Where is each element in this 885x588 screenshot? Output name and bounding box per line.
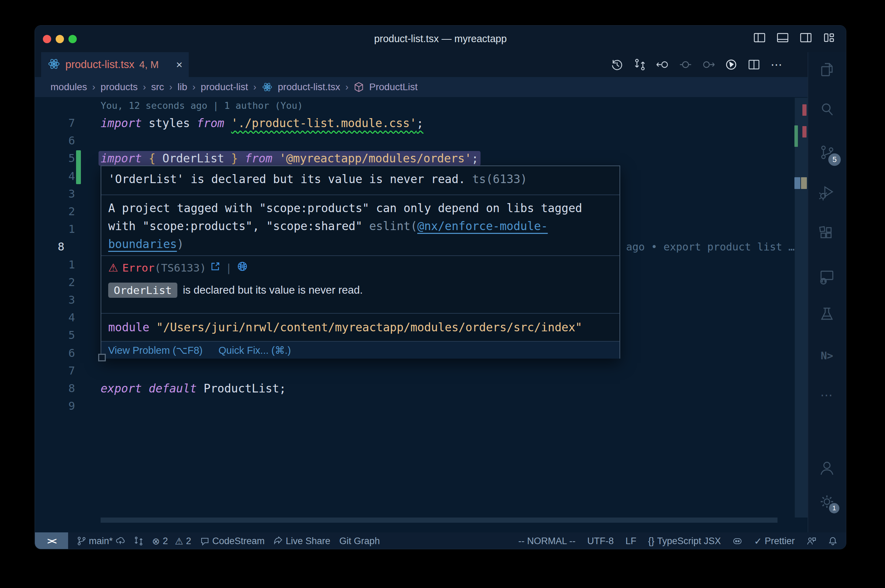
language-mode-indicator[interactable]: {}TypeScript JSX [648, 536, 721, 546]
breadcrumb-item-products[interactable]: products [101, 81, 138, 93]
customize-layout-icon[interactable] [822, 31, 835, 44]
quick-fix-link[interactable]: Quick Fix... (⌘.) [218, 345, 291, 356]
nav-back-icon[interactable] [655, 57, 670, 72]
gutter-current-line-number: 8 [42, 238, 91, 256]
status-bar-right: -- NORMAL -- UTF-8 LF {}TypeScript JSX ✓… [506, 536, 846, 546]
open-external-icon[interactable] [210, 261, 221, 274]
module-path: "/Users/juri/nrwl/content/myreactapp/mod… [156, 321, 582, 334]
react-file-icon [47, 57, 60, 72]
toggle-right-sidebar-icon[interactable] [799, 31, 812, 44]
tab-bar: product-list.tsx 4, M × ⋯ [35, 52, 808, 77]
gutter-line-number: 7 [42, 362, 75, 380]
git-compare-status[interactable] [134, 536, 143, 546]
gutter-line-number: 9 [42, 397, 75, 415]
errors-icon: ⊗ [152, 536, 160, 546]
gutter-line-number: 1 [42, 220, 75, 238]
git-branch-status[interactable]: main* [77, 536, 125, 546]
settings-badge: 1 [829, 503, 839, 513]
layout-controls [753, 31, 835, 44]
minimap-slider[interactable] [795, 98, 808, 518]
codelens-blame[interactable]: You, 12 seconds ago | 1 author (You) [101, 98, 303, 114]
hover-error-detail: ⚠ Error(TS6133) | OrderList is declared … [101, 255, 619, 313]
problems-status[interactable]: ⊗2 ⚠2 [152, 536, 191, 546]
gutter-line-number: 6 [42, 132, 75, 150]
encoding-indicator[interactable]: UTF-8 [587, 536, 614, 546]
gutter-line-number: 5 [42, 150, 75, 167]
symbol-cube-icon [354, 81, 364, 93]
gutter-line-number: 3 [42, 291, 75, 309]
live-share-status[interactable]: Live Share [274, 536, 331, 546]
minimap-error-mark [802, 126, 807, 138]
activity-settings-gear[interactable]: 1 [818, 493, 836, 511]
error-description-row: OrderList is declared but its value is n… [101, 274, 619, 298]
eslint-rule-link[interactable]: @nx/enforce-module- [417, 219, 548, 233]
minimap-error-mark [802, 104, 807, 116]
window-title: product-list.tsx — myreactapp [35, 33, 846, 45]
hover-resize-handle[interactable] [98, 354, 106, 362]
timeline-history-icon[interactable] [610, 57, 624, 72]
eslint-message-line3: boundaries) [108, 235, 619, 253]
toggle-left-sidebar-icon[interactable] [753, 31, 766, 44]
breadcrumb-item-lib[interactable]: lib [178, 81, 187, 93]
publish-cloud-icon [116, 536, 125, 546]
remote-indicator[interactable]: >< [35, 532, 68, 549]
status-bar: >< main* ⊗2 ⚠2 CodeStream Live Share Gi [35, 532, 846, 549]
breadcrumb-item-src[interactable]: src [151, 81, 164, 93]
minimap-added-mark [795, 125, 798, 147]
breadcrumb-item-modules[interactable]: modules [51, 81, 87, 93]
more-actions-icon[interactable]: ⋯ [769, 57, 784, 72]
error-description-text: is declared but its value is never read. [183, 284, 363, 296]
hover-status-bar: View Problem (⌥F8) Quick Fix... (⌘.) [101, 341, 619, 358]
activity-account[interactable] [818, 459, 836, 477]
activity-nx-console[interactable]: N> [818, 346, 836, 364]
prettier-status[interactable]: ✓Prettier [754, 536, 795, 546]
breadcrumb-item-file[interactable]: product-list.tsx [278, 81, 341, 93]
warnings-icon: ⚠ [175, 536, 183, 546]
activity-source-control[interactable]: 5 [818, 144, 836, 162]
activity-more-icon[interactable]: ⋯ [818, 386, 836, 404]
react-file-icon [262, 81, 273, 93]
tab-product-list[interactable]: product-list.tsx 4, M × [41, 52, 189, 77]
activity-run-debug[interactable] [818, 183, 836, 201]
globe-icon[interactable] [237, 261, 248, 274]
hover-module-row: module "/Users/juri/nrwl/content/myreact… [101, 313, 619, 341]
breadcrumb-item-symbol[interactable]: ProductList [369, 81, 418, 93]
source-control-badge: 5 [828, 153, 841, 166]
error-status-row: ⚠ Error(TS6133) | [101, 256, 619, 274]
codestream-status[interactable]: CodeStream [200, 536, 265, 546]
activity-extensions[interactable] [818, 225, 836, 243]
copilot-icon[interactable] [733, 536, 742, 546]
gutter-line-number: 4 [42, 168, 75, 185]
gutter-line-number: 7 [42, 114, 75, 132]
split-editor-icon[interactable] [747, 57, 761, 72]
view-problem-link[interactable]: View Problem (⌥F8) [108, 345, 203, 356]
vim-mode-indicator[interactable]: -- NORMAL -- [518, 536, 575, 546]
eslint-rule-link[interactable]: boundaries [108, 237, 177, 251]
run-code-icon[interactable] [724, 57, 738, 72]
tab-close-icon[interactable]: × [176, 58, 183, 71]
compare-changes-icon[interactable] [633, 57, 647, 72]
warning-triangle-icon: ⚠ [108, 261, 118, 274]
toggle-bottom-panel-icon[interactable] [776, 31, 789, 44]
activity-search[interactable] [818, 100, 836, 118]
gutter-line-number: 1 [42, 256, 75, 274]
code-editor[interactable]: You, 12 seconds ago | 1 author (You) 7 6… [35, 97, 808, 532]
eol-indicator[interactable]: LF [625, 536, 636, 546]
editor-toolbar: ⋯ [610, 57, 784, 72]
eslint-message-line2: with "scope:products", "scope:shared" es… [108, 217, 619, 235]
activity-explorer[interactable] [818, 60, 836, 78]
horizontal-scrollbar[interactable] [101, 518, 777, 523]
nav-forward-icon[interactable] [701, 57, 715, 72]
breadcrumb-item-product-list[interactable]: product-list [201, 81, 248, 93]
hover-eslint-message: A project tagged with "scope:products" c… [101, 195, 619, 255]
breadcrumb-separator: › [346, 82, 349, 93]
module-keyword: module [108, 321, 149, 334]
activity-remote-explorer[interactable] [818, 268, 836, 286]
minimap-info-mark [795, 177, 800, 189]
git-graph-status[interactable]: Git Graph [340, 536, 380, 546]
feedback-icon[interactable] [807, 536, 816, 546]
nav-node-icon[interactable] [678, 57, 693, 72]
activity-testing[interactable] [818, 305, 836, 323]
code-line-7: import styles from './product-list.modul… [101, 114, 424, 132]
notifications-bell-icon[interactable] [828, 536, 838, 546]
